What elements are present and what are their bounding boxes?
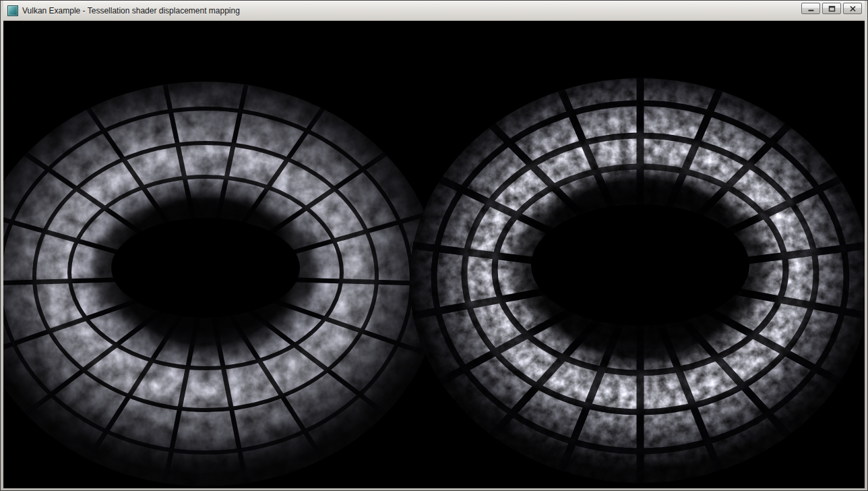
maximize-icon [828,5,836,12]
app-icon [7,5,18,16]
minimize-icon [807,5,815,12]
maximize-button[interactable] [822,3,841,14]
window-title: Vulkan Example - Tessellation shader dis… [22,6,240,16]
app-window: Vulkan Example - Tessellation shader dis… [0,0,868,491]
close-icon [849,5,857,12]
minimize-button[interactable] [801,3,820,14]
title-bar[interactable]: Vulkan Example - Tessellation shader dis… [3,1,865,21]
torus-right-displacement [410,78,865,483]
close-button[interactable] [843,3,862,14]
window-controls [801,3,862,14]
vulkan-viewport[interactable] [3,21,865,488]
render-client-area [3,21,865,488]
